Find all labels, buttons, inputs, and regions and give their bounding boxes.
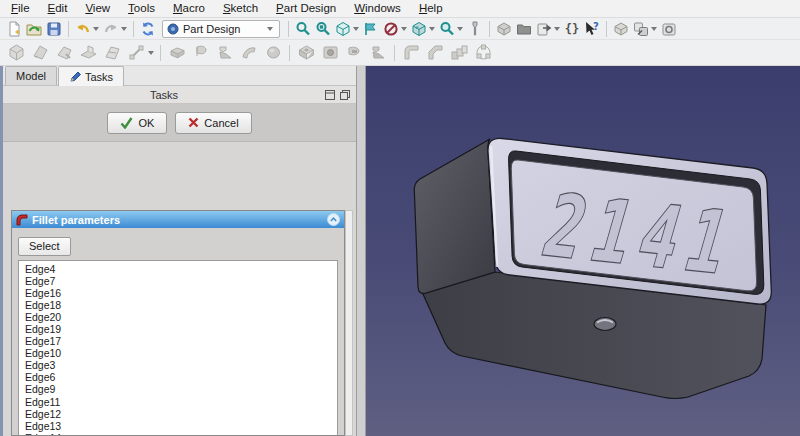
clock-display-time: 2141 [533,176,749,293]
edge-list-item[interactable]: Edge13 [25,420,337,432]
part-shape-icon[interactable] [494,19,514,39]
save-icon[interactable] [44,19,64,39]
edge-list-item[interactable]: Edge14 [25,432,337,435]
tab-model[interactable]: Model [5,66,57,85]
menu-help[interactable]: Help [410,0,452,17]
make-link-icon[interactable] [631,19,651,39]
appearance-dropdown-icon[interactable] [429,27,435,31]
export-dropdown-icon[interactable] [554,27,560,31]
group-folder-icon[interactable] [514,19,534,39]
edge-list-item[interactable]: Edge6 [25,371,337,383]
menu-part-design[interactable]: Part Design [267,0,345,17]
menu-edit[interactable]: Edit [39,0,77,17]
additive-pipe-icon[interactable] [237,41,261,65]
3d-viewport[interactable]: 2141 [366,66,800,436]
combo-view-panel: Model Tasks Tasks OK [3,66,356,436]
menu-macro[interactable]: Macro [164,0,214,17]
toolbar-separator [489,21,490,37]
edge-list[interactable]: Edge4 Edge7 Edge16 Edge18 Edge20 Edge19 … [18,260,338,436]
pen-icon [69,71,81,83]
create-datum-line-icon[interactable] [124,41,148,65]
float-icon[interactable] [340,90,350,100]
tab-tasks[interactable]: Tasks [58,66,124,86]
create-body-icon[interactable] [4,41,28,65]
undo-dropdown-icon[interactable] [93,27,99,31]
groove-icon[interactable] [342,41,366,65]
menu-tools[interactable]: Tools [119,0,164,17]
fit-selection-icon[interactable] [313,19,333,39]
whats-this-icon[interactable]: ? [582,19,602,39]
additive-box-icon[interactable] [261,41,285,65]
fillet-icon [16,214,28,226]
view-plane-icon[interactable] [361,19,381,39]
edge-list-item[interactable]: Edge10 [25,347,337,359]
combo-view-tabs: Model Tasks [3,66,356,86]
standard-toolbar: Part Design {} ? [0,18,800,40]
draw-style-dropdown-icon[interactable] [401,27,407,31]
menu-file[interactable]: File [2,0,39,17]
clock-model[interactable]: 2141 [366,66,800,436]
task-dialog-buttons: OK Cancel [3,104,356,142]
edge-list-item[interactable]: Edge4 [25,263,337,275]
menu-view[interactable]: View [76,0,119,17]
edge-list-item[interactable]: Edge7 [25,275,337,287]
zoom-tools-icon[interactable] [437,19,457,39]
cancel-button[interactable]: Cancel [175,112,251,134]
link-group-icon[interactable] [659,19,679,39]
collapse-chevron-icon[interactable] [327,213,340,226]
pocket-icon[interactable] [294,41,318,65]
open-file-icon[interactable] [24,19,44,39]
edge-list-item[interactable]: Edge19 [25,323,337,335]
measure-icon[interactable] [465,19,485,39]
refresh-icon[interactable] [138,19,158,39]
draw-style-icon[interactable] [381,19,401,39]
undo-icon[interactable] [73,19,93,39]
revolution-icon[interactable] [189,41,213,65]
clock-left-face[interactable] [414,139,495,293]
redo-dropdown-icon[interactable] [121,27,127,31]
redo-icon[interactable] [101,19,121,39]
export-icon[interactable] [534,19,554,39]
appearance-cube-icon[interactable] [409,19,429,39]
create-sketch-icon[interactable] [28,41,52,65]
edge-list-item[interactable]: Edge20 [25,311,337,323]
linear-pattern-icon[interactable] [447,41,471,65]
create-part-icon[interactable] [611,19,631,39]
fillet-icon-disabled[interactable] [399,41,423,65]
edge-list-item[interactable]: Edge3 [25,359,337,371]
view-dropdown-icon[interactable] [353,27,359,31]
edge-list-item[interactable]: Edge11 [25,396,337,408]
create-datum-plane-icon[interactable] [100,41,124,65]
map-sketch-icon[interactable] [76,41,100,65]
edge-list-item[interactable]: Edge18 [25,299,337,311]
new-file-icon[interactable] [4,19,24,39]
workbench-selector[interactable]: Part Design [162,20,280,38]
menu-sketch[interactable]: Sketch [214,0,267,17]
fit-all-icon[interactable] [293,19,313,39]
select-button[interactable]: Select [18,237,71,256]
axonometric-cube-icon[interactable] [333,19,353,39]
ok-button[interactable]: OK [107,112,167,134]
dock-icon[interactable] [325,90,335,100]
panel-splitter[interactable] [356,66,366,436]
datum-dropdown-icon[interactable] [148,51,154,55]
polar-pattern-icon[interactable] [471,41,495,65]
edge-list-item[interactable]: Edge9 [25,383,337,395]
expression-braces-icon[interactable]: {} [562,19,582,39]
subtractive-loft-icon[interactable] [366,41,390,65]
additive-loft-icon[interactable] [213,41,237,65]
fillet-parameters-header[interactable]: Fillet parameters [12,211,344,228]
zoom-dropdown-icon[interactable] [457,27,463,31]
pad-icon[interactable] [165,41,189,65]
task-panel-scrollbar[interactable] [345,210,353,436]
edge-list-item[interactable]: Edge12 [25,408,337,420]
edge-list-item[interactable]: Edge17 [25,335,337,347]
edit-sketch-icon[interactable] [52,41,76,65]
workbench-dropdown-icon [267,27,273,31]
edge-list-item[interactable]: Edge16 [25,287,337,299]
hole-icon[interactable] [318,41,342,65]
chamfer-icon[interactable] [423,41,447,65]
link-dropdown-icon[interactable] [651,27,657,31]
menu-windows[interactable]: Windows [345,0,410,17]
menu-bar: File Edit View Tools Macro Sketch Part D… [0,0,800,18]
